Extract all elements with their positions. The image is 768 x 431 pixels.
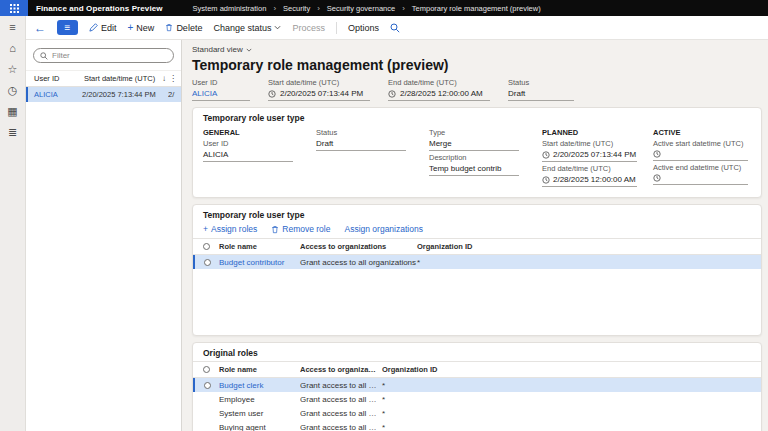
- recent-clock-icon[interactable]: ◷: [8, 84, 18, 96]
- edit-button[interactable]: Edit: [89, 23, 117, 33]
- grid-row[interactable]: Budget contributor Grant access to all o…: [193, 255, 761, 269]
- column-header-org-id[interactable]: Organization ID: [417, 242, 761, 251]
- role-name-cell[interactable]: Budget clerk: [219, 381, 300, 390]
- list-row[interactable]: ALICIA 2/20/2025 7:13:44 PM 2/: [26, 87, 181, 102]
- access-cell: Grant access to all organizations: [300, 423, 382, 431]
- field-description: Description Temp budget contrib: [429, 153, 542, 176]
- grid-row[interactable]: Employee Grant access to all organizatio…: [193, 392, 761, 406]
- breadcrumb-separator-icon: ›: [402, 4, 405, 13]
- app-window: Finance and Operations Preview System ad…: [0, 0, 768, 431]
- planned-end-value[interactable]: 2/28/2025 12:00:00 AM: [542, 174, 637, 187]
- favorites-star-icon[interactable]: ☆: [8, 63, 18, 75]
- back-button[interactable]: ←: [34, 22, 46, 34]
- field-type: Type Merge: [429, 128, 542, 151]
- clock-icon: [388, 90, 396, 98]
- filter-box[interactable]: [33, 48, 174, 63]
- hamburger-menu-icon[interactable]: ≡: [9, 21, 15, 33]
- type-value[interactable]: Merge: [429, 138, 519, 151]
- select-all-radio[interactable]: [193, 366, 219, 373]
- field-label: End date/time (UTC): [388, 78, 490, 87]
- plus-icon: +: [203, 224, 208, 234]
- delete-button[interactable]: Delete: [165, 23, 202, 33]
- column-options-icon[interactable]: ⋮: [169, 74, 177, 83]
- field-start-datetime: Start date/time (UTC) 2/20/2025 07:13:44…: [268, 78, 370, 101]
- role-name-cell[interactable]: Buying agent: [219, 423, 300, 431]
- assign-roles-label: Assign roles: [211, 224, 257, 234]
- remove-role-button[interactable]: Remove role: [271, 224, 330, 234]
- breadcrumb-item[interactable]: System administration: [193, 4, 267, 13]
- end-datetime-text: 2/28/2025 12:00:00 AM: [400, 89, 483, 98]
- role-name-cell[interactable]: Budget contributor: [219, 258, 300, 267]
- assigned-roles-fasttab: Temporary role user type + Assign roles …: [192, 204, 762, 336]
- grid-empty-area: [193, 269, 761, 335]
- assign-organizations-button[interactable]: Assign organizations: [344, 224, 422, 234]
- planned-start-text: 2/20/2025 07:13:44 PM: [553, 150, 636, 159]
- user-id-value[interactable]: ALICIA: [203, 149, 293, 162]
- column-header-role-name[interactable]: Role name: [219, 242, 300, 251]
- process-button: Process: [292, 23, 325, 33]
- workspaces-icon[interactable]: ▦: [7, 105, 17, 117]
- column-header-access[interactable]: Access to organizations: [300, 242, 417, 251]
- access-cell: Grant access to all organizations: [300, 395, 382, 404]
- org-id-cell: *: [382, 423, 761, 431]
- field-label: User ID: [192, 78, 250, 87]
- breadcrumb-separator-icon: ›: [273, 4, 276, 13]
- active-start-value: [653, 149, 748, 161]
- search-icon[interactable]: [390, 19, 400, 37]
- fasttab-header[interactable]: Temporary role user type: [193, 108, 761, 126]
- options-button[interactable]: Options: [348, 23, 379, 33]
- group-header: GENERAL: [203, 128, 316, 139]
- breadcrumb-item[interactable]: Security: [283, 4, 310, 13]
- role-name-cell[interactable]: System user: [219, 409, 300, 418]
- select-all-radio[interactable]: [193, 243, 219, 250]
- product-name[interactable]: Finance and Operations Preview: [36, 4, 163, 13]
- field-label: Start date/time (UTC): [542, 139, 653, 148]
- column-header-org-id[interactable]: Organization ID: [382, 365, 761, 374]
- list-row-user-id[interactable]: ALICIA: [34, 90, 82, 99]
- clock-icon: [268, 90, 276, 98]
- clock-icon: [542, 151, 550, 159]
- end-datetime-value[interactable]: 2/28/2025 12:00:00 AM: [388, 87, 490, 101]
- column-header-role-name[interactable]: Role name: [219, 365, 300, 374]
- new-button[interactable]: + New: [128, 23, 155, 33]
- breadcrumb-item[interactable]: Temporary role management (preview): [412, 4, 541, 13]
- column-header-start[interactable]: Start date/time (UTC): [84, 74, 162, 83]
- field-label: Status: [316, 128, 429, 137]
- org-id-cell: *: [417, 258, 761, 267]
- description-value[interactable]: Temp budget contrib: [429, 163, 519, 176]
- filter-input[interactable]: [52, 51, 167, 60]
- role-name-cell[interactable]: Employee: [219, 395, 300, 404]
- field-label: Status: [508, 78, 574, 87]
- fasttab-header[interactable]: Temporary role user type: [193, 205, 761, 223]
- app-launcher-button[interactable]: [0, 0, 28, 16]
- field-status: Status Draft: [508, 78, 574, 101]
- view-selector-label: Standard view: [192, 45, 243, 54]
- modules-list-icon[interactable]: ≣: [8, 126, 17, 138]
- field-planned-end: End date/time (UTC) 2/28/2025 12:00:00 A…: [542, 164, 653, 187]
- group-header: ACTIVE: [653, 128, 751, 139]
- navigation-pane-toggle-button[interactable]: ≡: [57, 20, 78, 35]
- start-datetime-value[interactable]: 2/20/2025 07:13:44 PM: [268, 87, 370, 101]
- field-active-end: Active end datetime (UTC): [653, 163, 751, 185]
- grid-row[interactable]: System user Grant access to all organiza…: [193, 406, 761, 420]
- breadcrumb: System administration › Security › Secur…: [193, 4, 541, 13]
- user-id-value[interactable]: ALICIA: [192, 87, 250, 101]
- sort-descending-icon[interactable]: ↓: [162, 74, 166, 83]
- row-selector-radio[interactable]: [195, 259, 219, 266]
- view-selector[interactable]: Standard view: [192, 45, 252, 54]
- fasttab-header[interactable]: Original roles: [193, 343, 761, 361]
- assign-roles-button[interactable]: + Assign roles: [203, 224, 257, 234]
- row-selector-radio[interactable]: [195, 382, 219, 389]
- breadcrumb-item[interactable]: Security governance: [327, 4, 395, 13]
- grid-row[interactable]: Budget clerk Grant access to all organiz…: [193, 378, 761, 392]
- home-icon[interactable]: ⌂: [9, 42, 16, 54]
- planned-start-value[interactable]: 2/20/2025 07:13:44 PM: [542, 149, 637, 162]
- details-fasttab: Temporary role user type GENERAL User ID…: [192, 107, 762, 198]
- column-header-user-id[interactable]: User ID: [34, 74, 84, 83]
- clock-icon: [542, 176, 550, 184]
- grid-row[interactable]: Buying agent Grant access to all organiz…: [193, 420, 761, 431]
- change-status-button[interactable]: Change status: [213, 23, 281, 33]
- status-column: Status Draft: [316, 128, 429, 189]
- type-column: Type Merge Description Temp budget contr…: [429, 128, 542, 189]
- column-header-access[interactable]: Access to organizations: [300, 365, 382, 374]
